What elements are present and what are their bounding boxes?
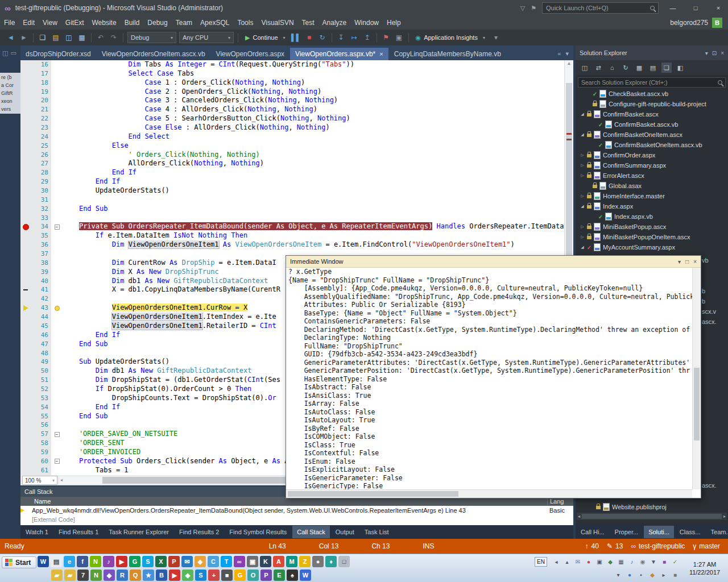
code-text[interactable]: Select Case Tabs [63, 69, 564, 78]
fold-margin[interactable] [51, 340, 63, 349]
code-text[interactable]: Case Else : AllOrders_Click(Nothing, Not… [63, 123, 564, 132]
tree-item[interactable]: Configure-gift-republic-build-project [576, 99, 728, 109]
breakpoint-margin[interactable] [20, 259, 31, 268]
fold-margin[interactable] [51, 385, 63, 394]
fold-margin[interactable] [51, 412, 63, 421]
fold-margin[interactable] [51, 151, 63, 160]
taskbar-icon[interactable]: ◆ [648, 571, 656, 579]
menu-edit[interactable]: Edit [19, 17, 39, 28]
code-text[interactable] [63, 214, 564, 223]
edits-chip[interactable]: ✎ 13 [607, 542, 623, 550]
toolbar-icon[interactable]: ▦ [76, 32, 88, 43]
tree-item[interactable]: ▷ErrorAlert.ascx [576, 171, 728, 181]
scroll-left-icon[interactable]: ◂ [578, 514, 580, 519]
left-dock-label[interactable]: GiftR [1, 90, 19, 96]
fold-margin[interactable] [51, 159, 63, 168]
fold-margin[interactable] [51, 367, 63, 376]
fold-margin[interactable] [51, 96, 63, 105]
breakpoint-margin[interactable] [20, 448, 31, 457]
breakpoint-margin[interactable] [20, 394, 31, 403]
taskbar-icon[interactable]: ▤ [51, 556, 62, 567]
toolbar-icon[interactable]: ▤ [49, 32, 62, 43]
tab-call-hi[interactable]: Call Hi... [576, 526, 609, 538]
toolbar-icon[interactable]: ↶ [94, 32, 107, 43]
tree-item[interactable]: ✓ConfirmBasket.ascx.vb [576, 119, 728, 130]
code-text[interactable]: End Sub [63, 205, 564, 214]
solution-toolbar-icon[interactable]: ◧ [675, 63, 685, 73]
immediate-lines[interactable]: ? x.GetType{Name = "DropShipTrunc" FullN… [286, 268, 692, 489]
breakpoint-margin[interactable] [20, 60, 31, 69]
maximize-button[interactable]: □ [687, 2, 704, 14]
expander-closed-icon[interactable]: ▷ [579, 163, 586, 168]
code-text[interactable]: Private Sub OrdersRepeater_ItemDataBound… [63, 222, 564, 231]
taskbar-icon[interactable]: ♦ [325, 556, 337, 567]
doc-tab[interactable]: dsDropShipOrder.xsd [20, 48, 96, 60]
breakpoint-margin[interactable] [20, 340, 31, 349]
taskbar-icon[interactable]: ▰ [64, 569, 76, 581]
immediate-window-title[interactable]: Immediate Window ▾ □ × [286, 256, 701, 268]
toolbar-icon[interactable]: ⚑ [380, 32, 392, 43]
fold-margin[interactable] [51, 403, 63, 412]
pin-icon[interactable]: ⊡ [712, 50, 717, 56]
taskbar-icon[interactable]: ◈ [104, 569, 115, 581]
taskbar-icon[interactable]: ◆ [182, 569, 193, 581]
breakpoint-margin[interactable] [20, 78, 31, 88]
breakpoint-margin[interactable] [20, 214, 31, 223]
expander-open-icon[interactable]: ◢ [579, 112, 586, 117]
close-icon[interactable]: × [721, 50, 724, 56]
taskbar-icon[interactable]: 7 [77, 569, 89, 581]
taskbar-icon[interactable]: ▦ [617, 558, 625, 566]
fold-margin[interactable] [51, 421, 63, 430]
menu-analyze[interactable]: Analyze [318, 17, 351, 28]
fold-margin[interactable] [51, 168, 63, 177]
taskbar-icon[interactable]: M [286, 556, 297, 567]
menu-website[interactable]: Website [88, 17, 121, 28]
breakpoint-margin[interactable] [20, 151, 31, 160]
tree-item[interactable]: Global.asax [576, 181, 728, 191]
code-text[interactable]: Dim ViewOpenOrdersOneItem1 As ViewOpenOr… [63, 240, 564, 250]
solution-bottom-item[interactable]: Website.publishproj [576, 502, 728, 512]
taskbar-icon[interactable]: e [64, 556, 75, 567]
column-name[interactable]: Name [20, 498, 547, 505]
breakpoint-margin[interactable] [20, 159, 31, 168]
taskbar-icon[interactable]: ✉ [574, 558, 582, 566]
breakpoint-margin[interactable] [20, 421, 31, 430]
immediate-horizontal-scrollbar[interactable] [286, 489, 692, 498]
window-position-icon[interactable]: ▾ [678, 259, 681, 265]
taskbar-icon[interactable]: K [260, 556, 271, 567]
fold-margin[interactable] [51, 376, 63, 385]
taskbar-icon[interactable]: ▪ [637, 571, 645, 579]
taskbar-icon[interactable]: ▣ [595, 558, 603, 566]
fold-collapse-icon[interactable]: − [55, 225, 60, 230]
toolbar-icon[interactable]: ■ [303, 32, 316, 43]
toolbar-icon[interactable]: ▣ [393, 32, 406, 43]
feedback-filter-icon[interactable]: ▽ [520, 5, 525, 12]
taskbar-icon[interactable]: ■ [671, 571, 679, 579]
expander-closed-icon[interactable]: ▷ [579, 225, 586, 229]
code-text[interactable] [63, 196, 564, 205]
fold-margin[interactable] [51, 88, 63, 97]
breakpoint-margin[interactable] [20, 357, 31, 367]
lightbulb-icon[interactable] [55, 306, 60, 311]
fold-margin[interactable] [51, 313, 63, 322]
toolbar-icon[interactable]: ◄ [5, 32, 17, 43]
solution-toolbar-icon[interactable]: ⇄ [593, 63, 603, 73]
breakpoint-margin[interactable] [20, 105, 31, 114]
fold-margin[interactable] [51, 132, 63, 142]
breakpoint-margin[interactable] [20, 240, 31, 250]
taskbar-icon[interactable]: ♪ [103, 556, 114, 567]
scrollbar-thumb[interactable] [694, 368, 700, 441]
expander-closed-icon[interactable]: ▷ [579, 235, 586, 239]
menu-window[interactable]: Window [350, 17, 383, 28]
scroll-up-icon[interactable]: ▲ [565, 61, 573, 66]
taskbar-icon[interactable]: O [247, 569, 259, 581]
solution-toolbar-icon[interactable]: ▤ [648, 63, 658, 73]
taskbar-icon[interactable]: ◉ [639, 558, 647, 566]
taskbar-icon[interactable]: T [221, 556, 232, 567]
breakpoint-margin[interactable] [20, 385, 31, 394]
taskbar-icon[interactable]: ■ [660, 558, 668, 566]
close-button[interactable]: × [710, 2, 727, 14]
taskbar-icon[interactable]: S [142, 556, 154, 567]
tree-item[interactable]: ✓ConfirmBasketOneItem.ascx.vb [576, 140, 728, 150]
scrollbar-thumb[interactable] [288, 491, 458, 497]
